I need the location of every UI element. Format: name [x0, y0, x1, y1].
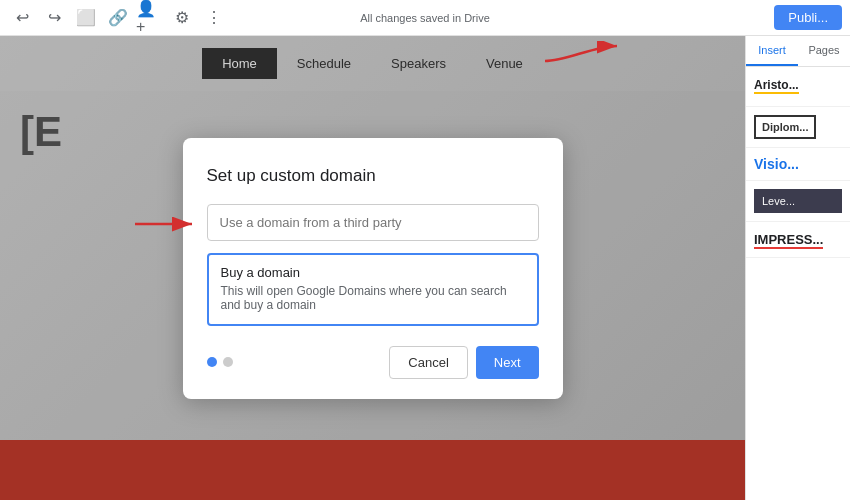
theme-aristo[interactable]: Aristo...	[746, 67, 850, 107]
undo-icon[interactable]: ↩	[8, 4, 36, 32]
cancel-button[interactable]: Cancel	[389, 346, 467, 379]
buy-domain-title: Buy a domain	[221, 265, 525, 280]
publish-button[interactable]: Publi...	[774, 5, 842, 30]
toolbar-right: Publi...	[774, 5, 842, 30]
canvas-area: Home Schedule Speakers Venue [E	[0, 36, 745, 500]
dot-2	[223, 357, 233, 367]
main-area: Home Schedule Speakers Venue [E	[0, 36, 850, 500]
panel-tabs: Insert Pages	[746, 36, 850, 67]
link-icon[interactable]: 🔗	[104, 4, 132, 32]
tab-pages[interactable]: Pages	[798, 36, 850, 66]
add-person-icon[interactable]: 👤+	[136, 4, 164, 32]
redo-icon[interactable]: ↪	[40, 4, 68, 32]
buy-domain-option[interactable]: Buy a domain This will open Google Domai…	[207, 253, 539, 326]
arrow-left	[130, 214, 200, 238]
right-panel: Insert Pages Aristo... Diplom... Visio..…	[745, 36, 850, 500]
dialog-title: Set up custom domain	[207, 166, 539, 186]
domain-third-party-input[interactable]	[207, 204, 539, 241]
saved-status: All changes saved in Drive	[360, 12, 490, 24]
dialog-overlay: Set up custom domain Buy a domain This w…	[0, 36, 745, 500]
more-icon[interactable]: ⋮	[200, 4, 228, 32]
dialog-footer: Cancel Next	[207, 346, 539, 379]
tab-insert[interactable]: Insert	[746, 36, 798, 66]
dialog: Set up custom domain Buy a domain This w…	[183, 138, 563, 399]
dot-1	[207, 357, 217, 367]
buy-domain-desc: This will open Google Domains where you …	[221, 284, 525, 312]
theme-leve[interactable]: Leve...	[746, 181, 850, 222]
toolbar: ↩ ↪ ⬜ 🔗 👤+ ⚙ ⋮ All changes saved in Driv…	[0, 0, 850, 36]
dialog-buttons: Cancel Next	[389, 346, 538, 379]
theme-leve-box: Leve...	[754, 189, 842, 213]
preview-icon[interactable]: ⬜	[72, 4, 100, 32]
panel-themes: Aristo... Diplom... Visio... Leve... IMP…	[746, 67, 850, 500]
pagination-dots	[207, 357, 233, 367]
theme-visio-text: Visio...	[754, 156, 842, 172]
arrow-top	[535, 41, 625, 75]
toolbar-left: ↩ ↪ ⬜ 🔗 👤+ ⚙ ⋮	[8, 4, 228, 32]
theme-visio[interactable]: Visio...	[746, 148, 850, 181]
next-button[interactable]: Next	[476, 346, 539, 379]
theme-aristo-name: Aristo...	[754, 78, 799, 94]
theme-impress[interactable]: IMPRESS...	[746, 222, 850, 258]
theme-diplom[interactable]: Diplom...	[746, 107, 850, 148]
theme-impress-text: IMPRESS...	[754, 232, 823, 249]
settings-icon[interactable]: ⚙	[168, 4, 196, 32]
theme-diplom-box: Diplom...	[754, 115, 816, 139]
